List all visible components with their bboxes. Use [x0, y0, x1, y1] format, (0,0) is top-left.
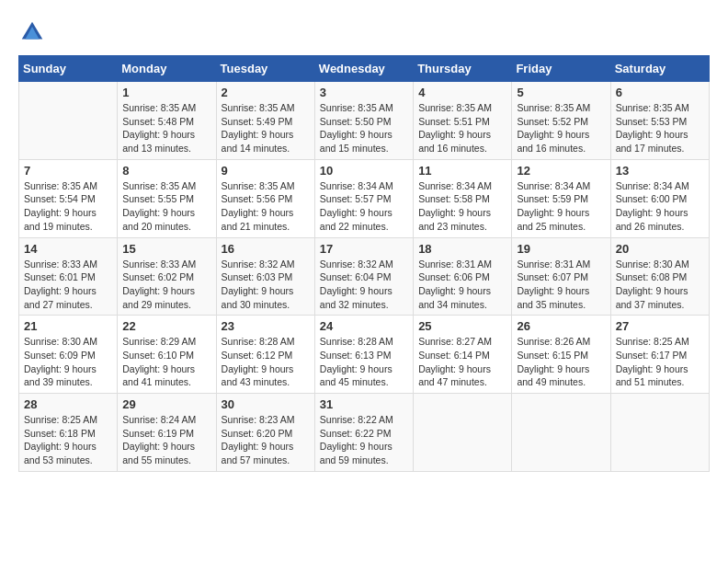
weekday-header: Monday	[118, 56, 216, 82]
day-number: 26	[517, 319, 605, 333]
logo-icon	[18, 18, 46, 46]
day-info: Sunrise: 8:32 AM Sunset: 6:04 PM Dayligh…	[320, 258, 408, 312]
calendar-cell: 4Sunrise: 8:35 AM Sunset: 5:51 PM Daylig…	[414, 82, 512, 160]
day-info: Sunrise: 8:24 AM Sunset: 6:19 PM Dayligh…	[122, 413, 210, 467]
day-number: 20	[616, 242, 704, 256]
calendar-week-row: 1Sunrise: 8:35 AM Sunset: 5:48 PM Daylig…	[19, 82, 710, 160]
calendar-cell: 3Sunrise: 8:35 AM Sunset: 5:50 PM Daylig…	[314, 82, 413, 160]
calendar-cell: 17Sunrise: 8:32 AM Sunset: 6:04 PM Dayli…	[314, 237, 413, 316]
calendar-table: SundayMondayTuesdayWednesdayThursdayFrid…	[18, 55, 710, 472]
day-info: Sunrise: 8:29 AM Sunset: 6:10 PM Dayligh…	[122, 335, 210, 389]
calendar-cell	[610, 394, 709, 472]
calendar-cell: 1Sunrise: 8:35 AM Sunset: 5:48 PM Daylig…	[118, 82, 216, 160]
calendar-cell: 10Sunrise: 8:34 AM Sunset: 5:57 PM Dayli…	[314, 159, 413, 237]
day-number: 21	[24, 319, 112, 333]
day-number: 23	[222, 319, 310, 333]
day-number: 15	[122, 242, 210, 256]
day-info: Sunrise: 8:30 AM Sunset: 6:08 PM Dayligh…	[616, 258, 704, 312]
calendar-cell: 25Sunrise: 8:27 AM Sunset: 6:14 PM Dayli…	[414, 316, 512, 394]
day-info: Sunrise: 8:26 AM Sunset: 6:15 PM Dayligh…	[517, 335, 605, 389]
calendar-cell: 22Sunrise: 8:29 AM Sunset: 6:10 PM Dayli…	[118, 316, 216, 394]
day-info: Sunrise: 8:34 AM Sunset: 5:58 PM Dayligh…	[418, 179, 506, 234]
calendar-cell: 6Sunrise: 8:35 AM Sunset: 5:53 PM Daylig…	[610, 82, 709, 160]
calendar-cell: 31Sunrise: 8:22 AM Sunset: 6:22 PM Dayli…	[314, 394, 413, 472]
calendar-week-row: 14Sunrise: 8:33 AM Sunset: 6:01 PM Dayli…	[19, 237, 710, 316]
day-number: 31	[320, 397, 408, 411]
day-number: 10	[320, 164, 408, 178]
day-info: Sunrise: 8:35 AM Sunset: 5:54 PM Dayligh…	[24, 179, 112, 234]
calendar-cell	[19, 82, 118, 160]
day-number: 14	[24, 242, 112, 256]
day-info: Sunrise: 8:25 AM Sunset: 6:17 PM Dayligh…	[616, 335, 704, 389]
page-header	[18, 18, 710, 46]
day-number: 8	[122, 164, 210, 178]
calendar-cell: 20Sunrise: 8:30 AM Sunset: 6:08 PM Dayli…	[610, 237, 709, 316]
day-info: Sunrise: 8:28 AM Sunset: 6:13 PM Dayligh…	[320, 335, 408, 389]
day-info: Sunrise: 8:35 AM Sunset: 5:50 PM Dayligh…	[320, 101, 408, 155]
day-number: 4	[418, 86, 506, 99]
weekday-header: Saturday	[610, 56, 709, 82]
day-number: 5	[517, 86, 605, 99]
calendar-cell: 15Sunrise: 8:33 AM Sunset: 6:02 PM Dayli…	[118, 237, 216, 316]
weekday-header: Sunday	[19, 56, 118, 82]
weekday-header: Thursday	[414, 56, 512, 82]
calendar-cell: 30Sunrise: 8:23 AM Sunset: 6:20 PM Dayli…	[216, 394, 314, 472]
calendar-week-row: 28Sunrise: 8:25 AM Sunset: 6:18 PM Dayli…	[19, 394, 710, 472]
day-number: 25	[418, 319, 506, 333]
day-info: Sunrise: 8:28 AM Sunset: 6:12 PM Dayligh…	[222, 335, 310, 389]
day-number: 30	[222, 397, 310, 411]
day-info: Sunrise: 8:34 AM Sunset: 5:57 PM Dayligh…	[320, 179, 408, 234]
calendar-cell: 2Sunrise: 8:35 AM Sunset: 5:49 PM Daylig…	[216, 82, 314, 160]
day-info: Sunrise: 8:35 AM Sunset: 5:56 PM Dayligh…	[222, 179, 310, 234]
calendar-cell: 13Sunrise: 8:34 AM Sunset: 6:00 PM Dayli…	[610, 159, 709, 237]
calendar-cell: 23Sunrise: 8:28 AM Sunset: 6:12 PM Dayli…	[216, 316, 314, 394]
day-info: Sunrise: 8:30 AM Sunset: 6:09 PM Dayligh…	[24, 335, 112, 389]
day-number: 3	[320, 86, 408, 99]
calendar-cell: 5Sunrise: 8:35 AM Sunset: 5:52 PM Daylig…	[512, 82, 610, 160]
day-number: 6	[616, 86, 704, 99]
calendar-cell: 27Sunrise: 8:25 AM Sunset: 6:17 PM Dayli…	[610, 316, 709, 394]
calendar-cell: 14Sunrise: 8:33 AM Sunset: 6:01 PM Dayli…	[19, 237, 118, 316]
weekday-header-row: SundayMondayTuesdayWednesdayThursdayFrid…	[19, 56, 710, 82]
calendar-week-row: 21Sunrise: 8:30 AM Sunset: 6:09 PM Dayli…	[19, 316, 710, 394]
day-info: Sunrise: 8:34 AM Sunset: 5:59 PM Dayligh…	[517, 179, 605, 234]
day-number: 28	[24, 397, 112, 411]
calendar-cell: 24Sunrise: 8:28 AM Sunset: 6:13 PM Dayli…	[314, 316, 413, 394]
day-number: 1	[122, 86, 210, 99]
day-info: Sunrise: 8:31 AM Sunset: 6:07 PM Dayligh…	[517, 258, 605, 312]
logo	[18, 18, 50, 46]
day-info: Sunrise: 8:23 AM Sunset: 6:20 PM Dayligh…	[222, 413, 310, 467]
day-info: Sunrise: 8:32 AM Sunset: 6:03 PM Dayligh…	[222, 258, 310, 312]
day-info: Sunrise: 8:25 AM Sunset: 6:18 PM Dayligh…	[24, 413, 112, 467]
day-number: 11	[418, 164, 506, 178]
calendar-cell: 8Sunrise: 8:35 AM Sunset: 5:55 PM Daylig…	[118, 159, 216, 237]
calendar-cell: 16Sunrise: 8:32 AM Sunset: 6:03 PM Dayli…	[216, 237, 314, 316]
day-number: 17	[320, 242, 408, 256]
day-info: Sunrise: 8:31 AM Sunset: 6:06 PM Dayligh…	[418, 258, 506, 312]
day-number: 2	[222, 86, 310, 99]
day-info: Sunrise: 8:35 AM Sunset: 5:52 PM Dayligh…	[517, 101, 605, 155]
calendar-cell	[414, 394, 512, 472]
weekday-header: Friday	[512, 56, 610, 82]
calendar-cell: 9Sunrise: 8:35 AM Sunset: 5:56 PM Daylig…	[216, 159, 314, 237]
day-number: 12	[517, 164, 605, 178]
calendar-cell: 7Sunrise: 8:35 AM Sunset: 5:54 PM Daylig…	[19, 159, 118, 237]
day-number: 18	[418, 242, 506, 256]
calendar-cell: 11Sunrise: 8:34 AM Sunset: 5:58 PM Dayli…	[414, 159, 512, 237]
day-number: 27	[616, 319, 704, 333]
calendar-week-row: 7Sunrise: 8:35 AM Sunset: 5:54 PM Daylig…	[19, 159, 710, 237]
day-info: Sunrise: 8:35 AM Sunset: 5:55 PM Dayligh…	[122, 179, 210, 234]
day-number: 7	[24, 164, 112, 178]
calendar-cell: 19Sunrise: 8:31 AM Sunset: 6:07 PM Dayli…	[512, 237, 610, 316]
day-info: Sunrise: 8:27 AM Sunset: 6:14 PM Dayligh…	[418, 335, 506, 389]
weekday-header: Tuesday	[216, 56, 314, 82]
day-info: Sunrise: 8:35 AM Sunset: 5:51 PM Dayligh…	[418, 101, 506, 155]
day-number: 9	[222, 164, 310, 178]
day-info: Sunrise: 8:33 AM Sunset: 6:02 PM Dayligh…	[122, 258, 210, 312]
day-info: Sunrise: 8:35 AM Sunset: 5:53 PM Dayligh…	[616, 101, 704, 155]
day-info: Sunrise: 8:33 AM Sunset: 6:01 PM Dayligh…	[24, 258, 112, 312]
calendar-cell	[512, 394, 610, 472]
day-info: Sunrise: 8:35 AM Sunset: 5:49 PM Dayligh…	[222, 101, 310, 155]
calendar-cell: 21Sunrise: 8:30 AM Sunset: 6:09 PM Dayli…	[19, 316, 118, 394]
weekday-header: Wednesday	[314, 56, 413, 82]
